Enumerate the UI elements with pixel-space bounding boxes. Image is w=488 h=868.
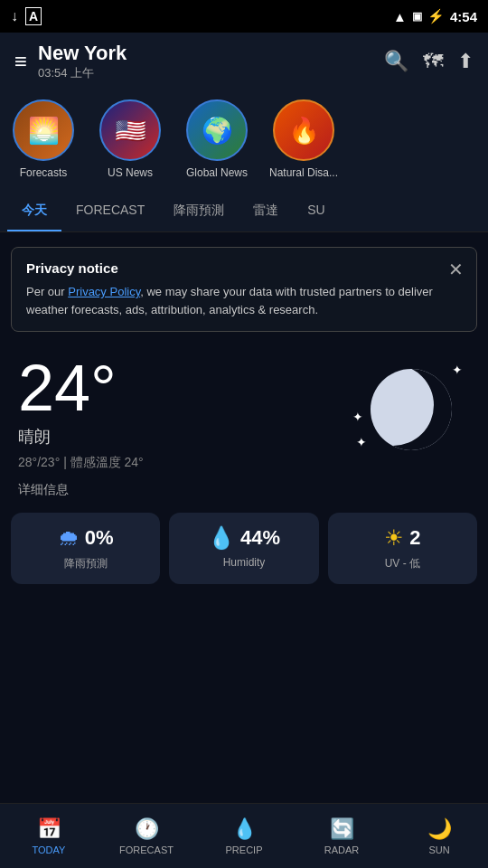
menu-icon[interactable]: ≡ xyxy=(14,49,27,74)
weather-cards: 🌧 0% 降雨預測 💧 44% Humidity ☀ 2 UV - 低 xyxy=(0,505,488,591)
global-news-circle: 🌍 xyxy=(186,99,248,161)
tab-radar[interactable]: 雷達 xyxy=(239,192,293,231)
header-title: New York 03:54 上午 xyxy=(38,42,127,81)
humidity-icon: 💧 xyxy=(208,525,235,551)
status-left-icons: ↓ A xyxy=(11,7,42,25)
separator: | xyxy=(63,455,70,469)
disaster-circle: 🔥 xyxy=(273,99,334,161)
moon-icon xyxy=(371,369,452,450)
star-icon-1: ✦ xyxy=(452,363,463,377)
us-news-label: US News xyxy=(108,166,153,179)
wifi-icon: ▲ xyxy=(393,9,407,24)
card-top-humidity: 💧 44% xyxy=(208,525,280,551)
star-icon-3: ✦ xyxy=(352,410,363,424)
header-left: ≡ New York 03:54 上午 xyxy=(14,42,127,81)
weather-card-uv: ☀ 2 UV - 低 xyxy=(328,513,477,584)
tab-sun[interactable]: SU xyxy=(293,192,339,231)
nav-radar[interactable]: 🔄 RADAR xyxy=(293,804,390,868)
radar-nav-icon: 🔄 xyxy=(330,817,354,841)
card-top-precip: 🌧 0% xyxy=(58,525,114,551)
weather-card-precip: 🌧 0% 降雨預測 xyxy=(11,513,160,584)
share-icon[interactable]: ⬆ xyxy=(457,50,474,73)
privacy-policy-link[interactable]: Privacy Policy xyxy=(68,285,140,298)
star-icon-2: ✦ xyxy=(356,435,367,449)
forecasts-circle: 🌅 xyxy=(13,99,74,161)
signal-icon: ▣ xyxy=(412,10,422,23)
humidity-label: Humidity xyxy=(223,556,266,569)
forecasts-label: Forecasts xyxy=(20,166,68,179)
uv-label: UV - 低 xyxy=(385,556,420,571)
news-categories-row: 🌅 Forecasts 🇺🇸 US News 🌍 Global News 🔥 N… xyxy=(0,90,488,192)
nav-today[interactable]: 📅 TODAY xyxy=(0,804,98,868)
precip-nav-icon: 💧 xyxy=(232,817,257,841)
nav-precip[interactable]: 💧 PRECIP xyxy=(195,804,293,868)
privacy-close-button[interactable]: ✕ xyxy=(448,259,464,280)
privacy-body-prefix: Per our xyxy=(26,285,68,298)
detail-link[interactable]: 详细信息 xyxy=(0,471,488,502)
disaster-label: Natural Disa... xyxy=(269,166,338,179)
header-time: 03:54 上午 xyxy=(38,65,127,81)
tab-forecast[interactable]: FORECAST xyxy=(61,192,159,231)
rain-icon: 🌧 xyxy=(58,525,80,551)
weather-icon-area: ✦ ✦ ✦ xyxy=(352,355,470,464)
privacy-title: Privacy notice xyxy=(26,260,462,276)
today-nav-icon: 📅 xyxy=(37,817,61,841)
clock: 4:54 xyxy=(450,9,477,24)
uv-value: 2 xyxy=(409,526,420,550)
news-item-us-news[interactable]: 🇺🇸 US News xyxy=(94,99,166,179)
weather-sub-info: 28°/23° | 體感溫度 24° xyxy=(18,455,144,471)
temperature: 24° xyxy=(18,355,144,420)
map-icon[interactable]: 🗺 xyxy=(423,50,443,73)
uv-sun-icon: ☀ xyxy=(384,525,404,551)
humidity-value: 44% xyxy=(240,526,280,550)
download-icon: ↓ xyxy=(11,8,18,24)
temp-range: 28°/23° xyxy=(18,455,60,469)
weather-tabs: 今天 FORECAST 降雨預測 雷達 SU xyxy=(0,192,488,232)
card-top-uv: ☀ 2 xyxy=(384,525,420,551)
radar-nav-label: RADAR xyxy=(324,844,360,855)
privacy-body: Per our Privacy Policy, we may share you… xyxy=(26,283,462,318)
status-bar: ↓ A ▲ ▣ ⚡ 4:54 xyxy=(0,0,488,33)
news-item-natural-disaster[interactable]: 🔥 Natural Disa... xyxy=(267,99,340,179)
status-right-icons: ▲ ▣ ⚡ 4:54 xyxy=(393,8,477,24)
forecast-nav-icon: 🕐 xyxy=(135,817,159,841)
sun-nav-label: SUN xyxy=(428,844,449,855)
search-icon[interactable]: 🔍 xyxy=(384,50,408,73)
header: ≡ New York 03:54 上午 🔍 🗺 ⬆ xyxy=(0,33,488,90)
global-news-label: Global News xyxy=(186,166,248,179)
bottom-navigation: 📅 TODAY 🕐 FORECAST 💧 PRECIP 🔄 RADAR 🌙 SU… xyxy=(0,803,488,868)
news-item-forecasts[interactable]: 🌅 Forecasts xyxy=(7,99,80,179)
weather-condition: 晴朗 xyxy=(18,426,144,448)
header-action-icons: 🔍 🗺 ⬆ xyxy=(384,50,474,73)
precip-label: 降雨預測 xyxy=(64,556,108,571)
a-icon: A xyxy=(25,7,42,25)
tab-rain[interactable]: 降雨預測 xyxy=(159,192,239,231)
feels-like-label: 體感溫度 xyxy=(70,455,121,469)
us-news-circle: 🇺🇸 xyxy=(99,99,161,161)
forecast-nav-label: FORECAST xyxy=(119,844,174,855)
weather-card-humidity: 💧 44% Humidity xyxy=(169,513,318,584)
feels-like-value: 24° xyxy=(125,455,144,469)
tab-today[interactable]: 今天 xyxy=(7,192,61,231)
sun-nav-icon: 🌙 xyxy=(427,817,452,841)
privacy-notice-box: Privacy notice ✕ Per our Privacy Policy,… xyxy=(11,247,477,332)
today-nav-label: TODAY xyxy=(33,844,66,855)
news-item-global-news[interactable]: 🌍 Global News xyxy=(181,99,253,179)
weather-left: 24° 晴朗 28°/23° | 體感溫度 24° xyxy=(18,355,144,471)
battery-icon: ⚡ xyxy=(427,8,445,24)
precip-nav-label: PRECIP xyxy=(226,844,263,855)
city-name: New York xyxy=(38,42,127,65)
precip-value: 0% xyxy=(85,526,114,550)
weather-main: 24° 晴朗 28°/23° | 體感溫度 24° ✦ ✦ ✦ xyxy=(0,346,488,471)
nav-sun[interactable]: 🌙 SUN xyxy=(390,804,488,868)
nav-forecast[interactable]: 🕐 FORECAST xyxy=(98,804,195,868)
